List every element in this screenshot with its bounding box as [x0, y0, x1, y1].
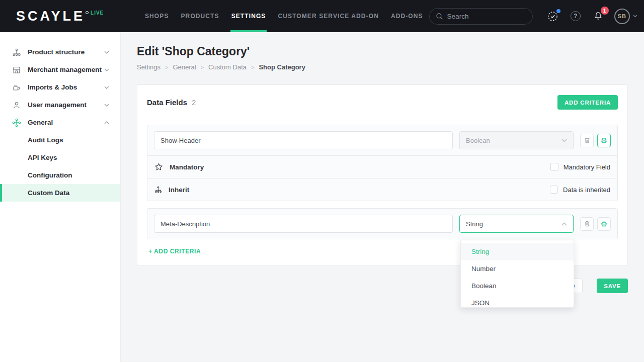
main-content: Edit 'Shop Category' Settings > General …	[121, 32, 644, 362]
nav-item-shops[interactable]: SHOPS	[139, 0, 175, 32]
field-group-show-header: Boolean ⚙ Mandatory	[147, 125, 618, 201]
nav-item-settings[interactable]: SETTINGS	[225, 0, 272, 32]
sidebar-item-audit-logs[interactable]: Audit Logs	[0, 131, 120, 149]
avatar: SB	[614, 9, 630, 24]
mandatory-checkbox[interactable]	[550, 163, 558, 171]
status-check-button[interactable]	[546, 10, 559, 23]
chevron-up-icon	[561, 222, 567, 226]
sidebar-label: Imports & Jobs	[28, 83, 104, 91]
inherit-label: Inherit	[169, 186, 189, 194]
search-input[interactable]	[447, 13, 526, 20]
sidebar-label: User management	[28, 101, 104, 109]
notification-dot	[556, 9, 560, 13]
mandatory-label-group: Mandatory	[154, 163, 204, 171]
field-type-select[interactable]: Boolean	[459, 131, 574, 149]
gear-icon: ⚙	[601, 220, 607, 228]
selected-type-label: Boolean	[466, 137, 490, 144]
mandatory-row: Mandatory Mandatory Field	[147, 155, 617, 178]
topbar: SCAYLE LIVE SHOPS PRODUCTS SETTINGS CUST…	[0, 0, 644, 32]
logo-text: SCAYLE	[16, 10, 85, 23]
trash-icon	[584, 220, 591, 227]
hierarchy-icon	[154, 186, 162, 193]
sidebar-item-user-management[interactable]: User management	[0, 96, 120, 114]
add-criteria-link[interactable]: + ADD CRITERIA	[148, 248, 201, 255]
notification-badge: 1	[601, 7, 609, 15]
card-header: Data Fields 2 ADD CRITERIA	[147, 95, 618, 110]
chevron-down-icon	[104, 86, 109, 89]
search-icon	[436, 13, 443, 20]
breadcrumb-separator: >	[201, 64, 204, 70]
global-search[interactable]	[429, 8, 533, 25]
page-title: Edit 'Shop Category'	[137, 45, 628, 58]
data-fields-count: 2	[192, 98, 196, 107]
field-row: String ⚙	[147, 209, 617, 239]
help-icon: ?	[571, 11, 581, 21]
type-dropdown-menu: String Number Boolean JSON	[460, 240, 574, 308]
chevron-down-icon	[561, 139, 567, 142]
sidebar-item-api-keys[interactable]: API Keys	[0, 149, 120, 166]
mandatory-label: Mandatory	[170, 163, 204, 171]
row-actions: ⚙	[580, 134, 611, 147]
store-icon	[12, 66, 21, 74]
nav-item-products[interactable]: PRODUCTS	[175, 0, 225, 32]
chevron-down-icon	[104, 68, 109, 71]
breadcrumb-settings[interactable]: Settings	[137, 63, 160, 71]
mandatory-checkbox-group: Mandatory Field	[550, 163, 610, 171]
chevron-down-icon	[104, 104, 109, 107]
breadcrumb: Settings > General > Custom Data > Shop …	[137, 63, 628, 71]
field-settings-button[interactable]: ⚙	[597, 217, 611, 231]
inherit-checkbox[interactable]	[550, 186, 558, 194]
breadcrumb-custom-data[interactable]: Custom Data	[208, 63, 247, 71]
sidebar-item-merchant-management[interactable]: Merchant management	[0, 61, 120, 78]
user-icon	[12, 101, 21, 109]
topbar-actions: ? 1 SB	[429, 8, 637, 25]
save-button[interactable]: SAVE	[597, 279, 628, 293]
breadcrumb-separator: >	[165, 64, 168, 70]
help-button[interactable]: ?	[569, 10, 582, 23]
star-icon	[154, 163, 163, 171]
logo-ring-icon	[86, 11, 89, 14]
mandatory-checkbox-label: Mandatory Field	[564, 163, 610, 171]
inherit-label-group: Inherit	[154, 186, 189, 194]
sidebar-item-product-structure[interactable]: Product structure	[0, 43, 120, 61]
delete-field-button[interactable]	[580, 217, 594, 231]
trash-icon	[584, 137, 591, 144]
breadcrumb-separator: >	[251, 64, 254, 70]
user-menu[interactable]: SB	[614, 9, 637, 24]
breadcrumb-shop-category: Shop Category	[259, 63, 305, 71]
sidebar-item-general[interactable]: General	[0, 114, 120, 131]
mug-icon	[12, 83, 21, 92]
row-actions: ⚙	[580, 217, 611, 231]
field-type-select-open[interactable]: String	[459, 215, 574, 233]
delete-field-button[interactable]	[580, 134, 594, 147]
breadcrumb-general[interactable]: General	[173, 63, 196, 71]
hierarchy-icon	[12, 48, 21, 56]
scayle-logo[interactable]: SCAYLE LIVE	[16, 10, 139, 23]
field-group-meta-description: String ⚙	[147, 208, 618, 239]
dropdown-option-boolean[interactable]: Boolean	[461, 278, 574, 295]
inherit-row: Inherit Data is inherited	[147, 178, 617, 201]
live-badge: LIVE	[91, 10, 104, 16]
inherit-checkbox-label: Data is inherited	[563, 186, 610, 194]
top-navigation: SHOPS PRODUCTS SETTINGS CUSTOMER SERVICE…	[139, 0, 429, 32]
dropdown-option-json[interactable]: JSON	[461, 295, 574, 308]
nodes-icon	[12, 118, 21, 127]
add-criteria-button[interactable]: ADD CRITERIA	[557, 95, 618, 110]
dropdown-option-string[interactable]: String	[461, 243, 574, 260]
chevron-down-icon	[104, 51, 109, 54]
field-row: Boolean ⚙	[147, 125, 617, 155]
chevron-up-icon	[104, 121, 109, 124]
notifications-button[interactable]: 1	[592, 10, 605, 23]
dropdown-option-number[interactable]: Number	[461, 260, 574, 278]
field-settings-button[interactable]: ⚙	[597, 134, 611, 147]
sidebar-item-imports-jobs[interactable]: Imports & Jobs	[0, 78, 120, 96]
nav-item-add-ons[interactable]: ADD-ONS	[385, 0, 429, 32]
field-name-input[interactable]	[154, 215, 453, 233]
data-fields-card: Data Fields 2 ADD CRITERIA Boolean	[137, 84, 628, 266]
sidebar-item-custom-data[interactable]: Custom Data	[0, 184, 120, 202]
nav-item-customer-service-add-on[interactable]: CUSTOMER SERVICE ADD-ON	[272, 0, 384, 32]
selected-type-label: String	[466, 220, 483, 228]
field-name-input[interactable]	[154, 131, 453, 149]
sidebar-label: Product structure	[28, 48, 104, 56]
sidebar-item-configuration[interactable]: Configuration	[0, 166, 120, 184]
